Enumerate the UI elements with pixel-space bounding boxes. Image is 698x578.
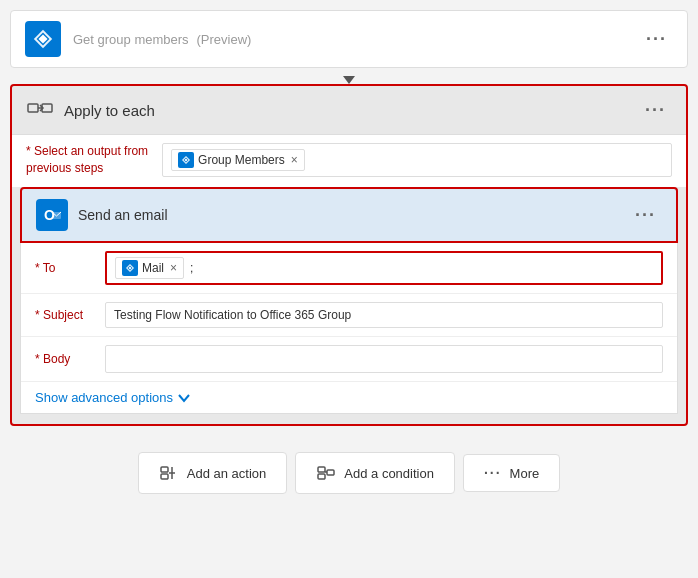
apply-each-title: Apply to each (64, 102, 639, 119)
arrow-connector (10, 68, 688, 84)
select-output-row: * Select an output fromprevious steps Gr… (12, 134, 686, 187)
svg-rect-16 (161, 474, 168, 479)
to-label: * To (35, 261, 105, 275)
body-input[interactable] (105, 345, 663, 373)
send-email-ellipsis-button[interactable]: ··· (629, 203, 662, 228)
to-separator: ; (190, 261, 193, 275)
apply-each-ellipsis-button[interactable]: ··· (639, 98, 672, 123)
body-label: * Body (35, 352, 105, 366)
group-members-tag-label: Group Members (198, 153, 285, 167)
mail-tag: Mail × (115, 257, 184, 279)
subject-input[interactable]: Testing Flow Notification to Office 365 … (105, 302, 663, 328)
add-condition-label: Add a condition (344, 466, 434, 481)
apply-each-icon (26, 96, 54, 124)
select-output-label: * Select an output fromprevious steps (26, 143, 148, 177)
svg-rect-19 (318, 467, 325, 472)
get-group-members-icon (25, 21, 61, 57)
chevron-down-icon (177, 391, 191, 405)
apply-each-section: Apply to each ··· * Select an output fro… (10, 84, 688, 426)
group-members-tag-close[interactable]: × (291, 153, 298, 167)
show-advanced-options[interactable]: Show advanced options (21, 382, 677, 413)
to-tag-box[interactable]: Mail × ; (105, 251, 663, 285)
send-email-title: Send an email (78, 207, 629, 223)
apply-each-header: Apply to each ··· (12, 86, 686, 134)
action-bar: Add an action Add a condition ··· More (10, 436, 688, 504)
add-action-icon (159, 463, 179, 483)
svg-rect-20 (318, 474, 325, 479)
send-email-icon: O (36, 199, 68, 231)
top-card-preview: (Preview) (197, 32, 252, 47)
top-card: Get group members (Preview) ··· (10, 10, 688, 68)
svg-rect-21 (327, 470, 334, 475)
add-condition-icon (316, 463, 336, 483)
svg-rect-3 (28, 104, 38, 112)
group-members-tag-icon (178, 152, 194, 168)
group-members-tag-box[interactable]: Group Members × (162, 143, 672, 177)
more-button[interactable]: ··· More (463, 454, 560, 492)
top-card-title: Get group members (Preview) (73, 31, 640, 47)
subject-label: * Subject (35, 308, 105, 322)
more-dots-icon: ··· (484, 465, 502, 481)
body-field-row: * Body (21, 337, 677, 382)
more-label: More (510, 466, 540, 481)
add-action-button[interactable]: Add an action (138, 452, 288, 494)
top-card-name: Get group members (73, 32, 189, 47)
to-field-row: * To Mail × (21, 243, 677, 294)
email-form: * To Mail × (20, 243, 678, 414)
add-action-label: Add an action (187, 466, 267, 481)
group-members-tag: Group Members × (171, 149, 305, 171)
top-card-ellipsis-button[interactable]: ··· (640, 27, 673, 52)
svg-rect-15 (161, 467, 168, 472)
arrow-head (343, 76, 355, 84)
subject-field-row: * Subject Testing Flow Notification to O… (21, 294, 677, 337)
send-email-section: O Send an email ··· * To (20, 187, 678, 414)
show-advanced-label: Show advanced options (35, 390, 173, 405)
add-condition-button[interactable]: Add a condition (295, 452, 455, 494)
mail-tag-close[interactable]: × (170, 261, 177, 275)
send-email-header: O Send an email ··· (20, 187, 678, 243)
page-wrapper: Get group members (Preview) ··· Apply t (0, 0, 698, 578)
mail-tag-icon (122, 260, 138, 276)
mail-tag-label: Mail (142, 261, 164, 275)
